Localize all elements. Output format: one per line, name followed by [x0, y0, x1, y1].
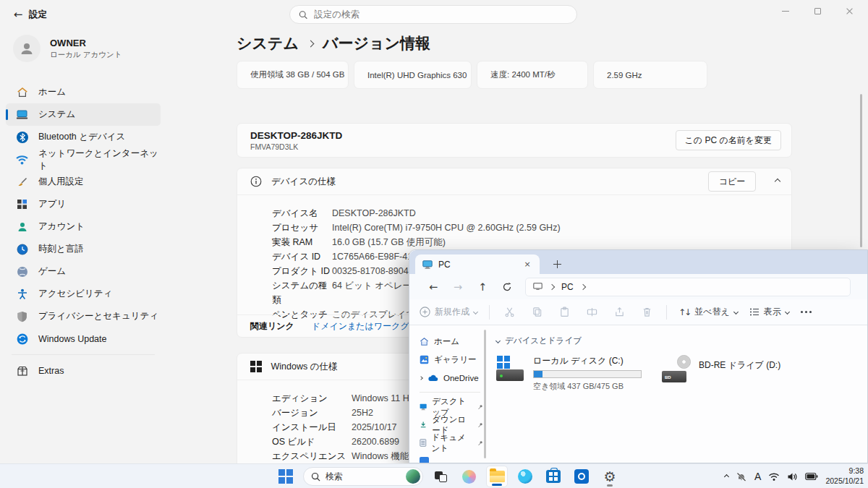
settings-button[interactable]: ⚙ — [599, 466, 621, 487]
tab-close-button[interactable]: × — [521, 258, 534, 271]
card-cpu-speed[interactable]: 2.59 GHz — [593, 61, 707, 89]
delete-button[interactable] — [639, 304, 655, 320]
file-explorer-button[interactable] — [486, 466, 508, 487]
sidebar-item-privacy[interactable]: プライバシーとセキュリティ — [6, 305, 161, 328]
sidebar-item-bluetooth-devices[interactable]: Bluetooth とデバイス — [6, 126, 161, 148]
sidebar-item-gallery[interactable]: ギャラリー — [409, 351, 488, 369]
sidebar-item-system[interactable]: システム — [6, 103, 161, 126]
tab-title: PC — [438, 260, 451, 270]
sidebar-item-apps[interactable]: アプリ — [6, 193, 161, 215]
sidebar-item-gaming[interactable]: ゲーム — [6, 260, 161, 283]
sidebar-item-personalization[interactable]: 個人用設定 — [6, 171, 161, 193]
chevron-right-icon[interactable] — [549, 283, 555, 289]
sidebar-item-accounts[interactable]: アカウント — [6, 215, 161, 238]
copy-button[interactable] — [529, 304, 545, 320]
back-button[interactable]: ← — [9, 6, 27, 23]
explorer-tab-pc[interactable]: PC × — [415, 254, 540, 274]
clock-globe-icon — [16, 243, 28, 255]
device-spec-header[interactable]: デバイスの仕様 コピー — [237, 168, 791, 195]
cut-button[interactable] — [501, 304, 517, 320]
settings-search[interactable] — [289, 5, 577, 24]
explorer-window: PC × ← → ↑ PC 新規作成 — [409, 249, 868, 463]
breadcrumb: システム バージョン情報 — [237, 33, 430, 53]
card-storage[interactable]: 使用領域 38 GB / 504 GB — [237, 61, 349, 89]
xbox-icon — [16, 265, 28, 278]
refresh-button[interactable] — [495, 278, 519, 296]
nav-back-button[interactable]: ← — [421, 278, 446, 296]
clock[interactable]: 9:38 2025/10/21 — [825, 466, 864, 486]
related-links-label: 関連リンク — [250, 320, 294, 333]
card-gpu[interactable]: Intel(R) UHD Graphics 630 — [354, 61, 472, 89]
settings-search-input[interactable] — [314, 9, 568, 20]
card-ram-speed[interactable]: 速度: 2400 MT/秒 — [477, 61, 588, 89]
collapse-chevron-icon[interactable] — [775, 179, 780, 184]
expand-chevron-icon[interactable] — [419, 376, 423, 380]
new-tab-button[interactable] — [548, 255, 566, 273]
outlook-icon — [574, 469, 589, 484]
sidebar-item-documents[interactable]: ドキュメント — [409, 434, 488, 452]
sidebar-item-accessibility[interactable]: アクセシビリティ — [6, 283, 161, 305]
nav-up-button[interactable]: ↑ — [470, 278, 495, 296]
sidebar-item-desktop[interactable]: デスクトップ — [409, 398, 488, 416]
sidebar-item-home[interactable]: ホーム — [6, 81, 161, 103]
settings-scrollbar[interactable] — [860, 94, 862, 247]
account-card[interactable]: OWNER ローカル アカウント — [13, 35, 122, 62]
address-crumb-pc[interactable]: PC — [561, 282, 574, 292]
explorer-body: ホーム ギャラリー OneDrive デスクトップ — [409, 325, 867, 463]
share-button[interactable] — [611, 304, 627, 320]
ime-indicator[interactable]: A — [754, 471, 761, 482]
this-pc-icon — [533, 283, 542, 291]
active-app-indicator — [492, 484, 502, 486]
microsoft-store-icon — [546, 470, 561, 483]
copy-button[interactable]: コピー — [708, 171, 756, 192]
pin-icon — [477, 440, 483, 447]
volume-icon[interactable] — [787, 472, 798, 481]
taskbar-search-label: 検索 — [326, 471, 343, 483]
sidebar-item-network[interactable]: ネットワークとインターネット — [6, 148, 161, 171]
copilot-button[interactable] — [458, 466, 480, 487]
sidebar-item-onedrive[interactable]: OneDrive — [409, 369, 488, 387]
notifications-off-icon[interactable] — [736, 471, 747, 482]
maximize-button[interactable] — [801, 0, 833, 22]
start-button[interactable] — [275, 466, 297, 487]
drive-c-usage-bar — [533, 370, 642, 378]
chevron-right-icon[interactable] — [579, 283, 585, 289]
sidebar-scrollbar[interactable] — [484, 330, 486, 458]
sidebar-item-home[interactable]: ホーム — [409, 333, 488, 351]
explorer-toolbar: 新規作成 ↑↓ 並べ替え 表示 — [409, 299, 867, 325]
section-devices-drives[interactable]: デバイスとドライブ — [496, 335, 867, 346]
sidebar-item-windows-update[interactable]: Windows Update — [6, 328, 161, 350]
close-button[interactable] — [833, 0, 865, 22]
rename-button[interactable] — [584, 304, 600, 320]
address-bar[interactable]: PC — [525, 278, 851, 296]
sidebar-item-downloads[interactable]: ダウンロード — [409, 416, 488, 434]
open-app-indicator — [607, 484, 613, 487]
sidebar-item-time-language[interactable]: 時刻と言語 — [6, 238, 161, 260]
sort-button[interactable]: ↑↓ 並べ替え — [678, 306, 738, 318]
nav-forward-button[interactable]: → — [446, 278, 470, 296]
chevron-down-icon — [473, 309, 478, 314]
taskbar-search[interactable]: 検索 — [303, 467, 423, 486]
info-cards: 使用領域 38 GB / 504 GB Intel(R) UHD Graphic… — [237, 61, 707, 89]
paste-button[interactable] — [556, 304, 572, 320]
rename-pc-button[interactable]: この PC の名前を変更 — [676, 130, 781, 150]
task-view-button[interactable] — [430, 466, 451, 487]
drive-d-item[interactable]: BD BD-RE ドライブ (D:) — [662, 355, 780, 392]
new-item-button[interactable]: 新規作成 — [420, 306, 477, 318]
bing-daily-image — [406, 469, 420, 484]
store-button[interactable] — [542, 466, 564, 487]
sidebar-item-extras[interactable]: Extras — [6, 359, 161, 382]
drive-c-item[interactable]: ローカル ディスク (C:) 空き領域 437 GB/475 GB — [496, 355, 642, 392]
windows-start-icon — [278, 469, 293, 484]
date: 2025/10/21 — [825, 476, 864, 487]
outlook-button[interactable] — [571, 466, 592, 487]
view-button[interactable]: 表示 — [749, 306, 789, 318]
wifi-icon[interactable] — [768, 472, 780, 481]
battery-icon[interactable] — [805, 472, 818, 481]
more-options-button[interactable] — [801, 311, 812, 313]
minimize-button[interactable] — [770, 0, 801, 22]
trash-icon — [642, 307, 652, 317]
hidden-icons-chevron[interactable] — [724, 474, 729, 479]
edge-button[interactable] — [514, 466, 536, 487]
breadcrumb-parent[interactable]: システム — [237, 33, 299, 53]
